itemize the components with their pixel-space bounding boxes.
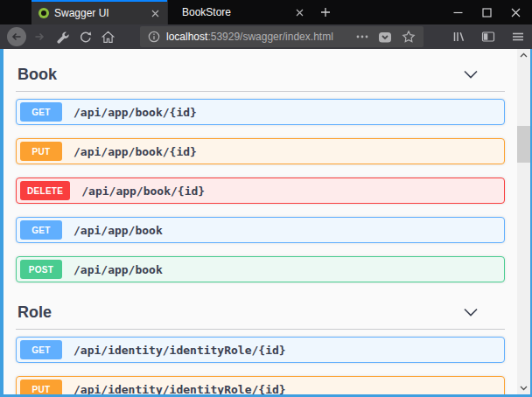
method-badge: POST bbox=[20, 260, 62, 279]
method-badge: PUT bbox=[20, 142, 62, 161]
section-header[interactable]: Book bbox=[12, 49, 507, 84]
section-header[interactable]: Role bbox=[12, 296, 507, 322]
minimize-icon bbox=[453, 8, 463, 17]
operation-path: /api/app/book/{id} bbox=[74, 145, 197, 158]
tab-bookstore[interactable]: BookStore bbox=[167, 0, 312, 24]
operation-list: GET /api/identity/identityRole/{id} PUT … bbox=[12, 330, 507, 394]
toolbar-right-icons bbox=[452, 31, 525, 43]
forward-button[interactable] bbox=[28, 25, 51, 48]
operation-row[interactable]: PUT /api/identity/identityRole/{id} bbox=[16, 376, 505, 394]
maximize-icon bbox=[482, 8, 492, 17]
new-tab-button[interactable] bbox=[312, 0, 340, 24]
page-viewport: Book GET /api/app/book/{id} PUT /api/app… bbox=[0, 49, 532, 397]
hamburger-menu-icon[interactable] bbox=[511, 31, 525, 43]
minimize-button[interactable] bbox=[444, 0, 472, 24]
pocket-icon[interactable] bbox=[378, 31, 392, 44]
operation-row[interactable]: PUT /api/app/book/{id} bbox=[16, 138, 505, 164]
tools-button[interactable] bbox=[51, 25, 74, 48]
tab-title: BookStore bbox=[182, 6, 292, 18]
method-badge: GET bbox=[20, 102, 62, 122]
reload-icon bbox=[79, 31, 92, 44]
url-path: :53929/swagger/index.html bbox=[207, 31, 332, 43]
url-text[interactable]: localhost:53929/swagger/index.html bbox=[166, 31, 356, 43]
tab-swagger-ui[interactable]: Swagger UI bbox=[32, 0, 167, 24]
tab-title: Swagger UI bbox=[54, 7, 148, 19]
operation-path: /api/identity/identityRole/{id} bbox=[74, 383, 286, 395]
section-book: Book GET /api/app/book/{id} PUT /api/app… bbox=[4, 49, 517, 282]
library-icon[interactable] bbox=[452, 31, 466, 43]
home-button[interactable] bbox=[96, 25, 119, 48]
reload-button[interactable] bbox=[74, 25, 96, 48]
chevron-down-icon[interactable] bbox=[463, 307, 479, 317]
chevron-up-icon bbox=[518, 50, 529, 61]
titlebar-drag-space bbox=[0, 0, 32, 24]
tab-bar: Swagger UI BookStore bbox=[0, 0, 532, 24]
scrollbar-thumb[interactable] bbox=[517, 126, 530, 163]
forward-arrow-icon bbox=[33, 31, 46, 43]
site-info-icon[interactable] bbox=[148, 31, 160, 43]
url-host: localhost bbox=[166, 31, 207, 43]
window-controls bbox=[444, 0, 532, 24]
wrench-icon bbox=[56, 31, 69, 44]
operation-path: /api/app/book/{id} bbox=[74, 106, 197, 119]
section-title: Book bbox=[18, 65, 57, 84]
navigation-toolbar: localhost:53929/swagger/index.html bbox=[0, 24, 532, 49]
operation-path: /api/app/book bbox=[74, 263, 163, 276]
operation-row[interactable]: DELETE /api/app/book/{id} bbox=[16, 178, 505, 204]
operation-path: /api/app/book/{id} bbox=[81, 185, 205, 198]
method-badge: GET bbox=[20, 220, 62, 240]
scroll-down-button[interactable] bbox=[517, 381, 530, 394]
chevron-down-icon[interactable] bbox=[463, 69, 479, 80]
scroll-up-button[interactable] bbox=[517, 49, 530, 62]
url-actions bbox=[356, 30, 416, 44]
operation-path: /api/app/book bbox=[74, 224, 163, 237]
bookmark-star-icon[interactable] bbox=[402, 30, 416, 44]
maximize-button[interactable] bbox=[472, 0, 501, 24]
close-icon bbox=[511, 8, 521, 17]
section-title: Role bbox=[18, 303, 52, 322]
operation-row[interactable]: GET /api/app/book/{id} bbox=[16, 99, 505, 125]
page-actions-icon[interactable] bbox=[356, 35, 368, 38]
method-badge: PUT bbox=[20, 380, 62, 394]
back-button[interactable] bbox=[5, 25, 28, 48]
swagger-page: Book GET /api/app/book/{id} PUT /api/app… bbox=[4, 49, 517, 394]
operation-row[interactable]: POST /api/app/book bbox=[16, 256, 505, 282]
operation-list: GET /api/app/book/{id} PUT /api/app/book… bbox=[12, 92, 507, 282]
home-icon bbox=[102, 31, 115, 44]
operation-path: /api/identity/identityRole/{id} bbox=[74, 344, 286, 357]
operation-row[interactable]: GET /api/identity/identityRole/{id} bbox=[16, 337, 505, 363]
page-scrollbar[interactable] bbox=[517, 49, 530, 394]
plus-icon bbox=[319, 6, 332, 18]
chevron-down-icon bbox=[518, 382, 529, 394]
method-badge: DELETE bbox=[20, 181, 70, 200]
section-role: Role GET /api/identity/identityRole/{id}… bbox=[4, 296, 517, 394]
url-bar[interactable]: localhost:53929/swagger/index.html bbox=[140, 26, 424, 47]
tab-close-icon[interactable] bbox=[148, 6, 163, 21]
operation-row[interactable]: GET /api/app/book bbox=[16, 217, 505, 243]
browser-window: Swagger UI BookStore bbox=[0, 0, 532, 397]
back-arrow-icon bbox=[7, 27, 26, 46]
sidebar-icon[interactable] bbox=[481, 31, 495, 43]
swagger-favicon-icon bbox=[38, 8, 49, 18]
method-badge: GET bbox=[20, 340, 62, 359]
tab-close-icon[interactable] bbox=[292, 5, 307, 20]
close-window-button[interactable] bbox=[501, 0, 530, 24]
